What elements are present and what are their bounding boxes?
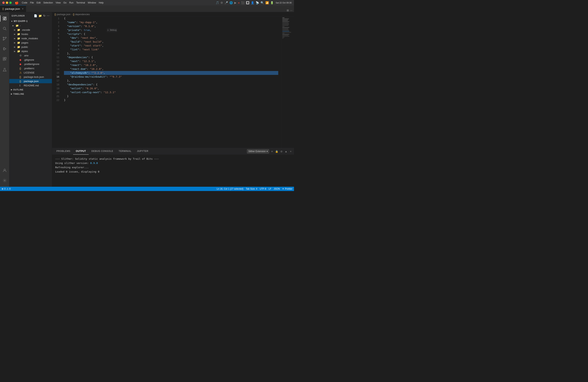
outline-section[interactable]: ▶ OUTLINE bbox=[9, 87, 52, 92]
sidebar-item-env[interactable]: ▶ ⚙ .env bbox=[9, 53, 52, 58]
code-token: : bbox=[81, 63, 84, 67]
tab-close-button[interactable]: × bbox=[22, 7, 23, 10]
status-tabsize[interactable]: Tab Size: 4 bbox=[246, 188, 257, 190]
more-actions-icon[interactable]: ··· bbox=[290, 9, 293, 12]
breadcrumb-sep: › bbox=[71, 13, 72, 16]
sidebar-item-prettierignore[interactable]: ▶ ◆ .prettierignore bbox=[9, 62, 52, 66]
menu-run[interactable]: Run bbox=[69, 1, 74, 4]
split-editor-icon[interactable]: ⊞ bbox=[287, 9, 289, 12]
tab-package-json[interactable]: {} package.json × bbox=[0, 5, 26, 12]
new-folder-icon[interactable]: 📁 bbox=[39, 14, 42, 17]
menu-selection[interactable]: Selection bbox=[43, 1, 53, 4]
panel-tab-debug-console[interactable]: DEBUG CONSOLE bbox=[89, 148, 116, 155]
code-editor[interactable]: 1 2 3 4 5 6 7 8 9 10 11 12 13 14 15 16 1 bbox=[52, 17, 294, 148]
panel-tab-problems[interactable]: PROBLEMS bbox=[54, 148, 73, 155]
sidebar-item-vscode[interactable]: ▶ 📁 .vscode bbox=[9, 28, 52, 32]
code-token bbox=[64, 63, 70, 67]
menu-window[interactable]: Window bbox=[88, 1, 96, 4]
activity-settings[interactable] bbox=[0, 176, 9, 185]
panel-maximize-button[interactable]: ▲ bbox=[284, 149, 288, 153]
sidebar-item-prettierrc[interactable]: ▶ {} .prettierrc bbox=[9, 66, 52, 70]
sidebar-item-dash[interactable]: ▶ 📁 - bbox=[9, 23, 52, 28]
apple-menu[interactable]: 🍎 bbox=[15, 1, 19, 5]
arrow-public: ▶ bbox=[14, 46, 17, 48]
sidebar-item-public[interactable]: ▶ 📁 public bbox=[9, 45, 52, 49]
panel-lock-button[interactable]: 🔒 bbox=[275, 149, 278, 153]
status-encoding[interactable]: UTF-8 bbox=[260, 188, 266, 190]
panel-output-dropdown[interactable]: Slither Extension ▾ bbox=[247, 149, 269, 153]
menu-go[interactable]: Go bbox=[63, 1, 66, 4]
status-errors[interactable]: ⊗ 0 ⚠ 0 bbox=[1, 188, 10, 190]
status-right: Ln 16, Col 1 (27 selected) Tab Size: 4 U… bbox=[217, 188, 293, 190]
svg-rect-3 bbox=[3, 19, 4, 20]
code-token bbox=[64, 36, 70, 40]
activity-run-debug[interactable] bbox=[0, 44, 9, 53]
maximize-button[interactable] bbox=[9, 1, 12, 4]
sidebar-item-gitignore[interactable]: ▶ ◆ .gitignore bbox=[9, 58, 52, 62]
code-token: { bbox=[84, 32, 85, 36]
panel-tab-terminal[interactable]: TERMINAL bbox=[116, 148, 134, 155]
menu-help[interactable]: Help bbox=[99, 1, 104, 4]
sidebar-item-pages[interactable]: ▶ 📁 pages bbox=[9, 41, 52, 45]
menu-edit[interactable]: Edit bbox=[37, 1, 41, 4]
minimap-line bbox=[282, 19, 288, 20]
code-token: "next dev" bbox=[81, 36, 96, 40]
titlebar-right: 🎵 ⚙ 🎤 🌐 ▶ ● ⬛ 🔳 👤 📡 🔍 📶 🔋 Sat 22 Oct 09:… bbox=[216, 1, 292, 4]
status-prettier[interactable]: ✦ Prettier bbox=[282, 188, 293, 190]
menu-view[interactable]: View bbox=[56, 1, 61, 4]
sidebar-item-readme[interactable]: ▶ ℹ README.md bbox=[9, 83, 52, 87]
code-line-20: "eslint-config-next": "12.3.1" bbox=[64, 90, 278, 94]
status-eol[interactable]: LF bbox=[269, 188, 271, 190]
sidebar-item-packagejson[interactable]: ▶ {} package.json bbox=[9, 79, 52, 83]
minimap-line bbox=[282, 36, 289, 37]
panel-clear-button[interactable]: ⊘ bbox=[280, 149, 283, 153]
ln-1: 1 bbox=[52, 17, 59, 21]
sidebar-item-packagelock[interactable]: ▶ {} package-lock.json bbox=[9, 75, 52, 79]
panel-close-button[interactable]: × bbox=[289, 149, 293, 153]
tree-root-mydapp[interactable]: ▼ MY-DAPP-1 bbox=[9, 19, 52, 23]
status-language[interactable]: JSON bbox=[273, 188, 280, 190]
panel-list-view-button[interactable]: ≡ bbox=[270, 149, 274, 153]
activity-search[interactable] bbox=[0, 24, 9, 33]
code-token: : bbox=[81, 28, 84, 32]
menu-code[interactable]: Code bbox=[22, 1, 27, 4]
activity-flask[interactable] bbox=[0, 65, 9, 74]
code-token bbox=[64, 32, 67, 36]
close-button[interactable] bbox=[2, 1, 5, 4]
activity-bar bbox=[0, 12, 9, 187]
sidebar-item-license[interactable]: ▶ ⚠ LICENSE bbox=[9, 70, 52, 75]
status-position[interactable]: Ln 16, Col 1 (27 selected) bbox=[217, 188, 243, 190]
app-container: {} package.json × ⊞ ··· bbox=[0, 5, 294, 191]
sidebar-item-styles[interactable]: ▶ 📁 styles bbox=[9, 49, 52, 53]
item-label-pages: pages bbox=[21, 41, 28, 44]
breadcrumb-file[interactable]: {} package.json bbox=[54, 13, 71, 16]
minimap bbox=[281, 17, 294, 148]
minimize-button[interactable] bbox=[6, 1, 8, 4]
activity-explorer[interactable] bbox=[0, 14, 9, 23]
code-token: "lint" bbox=[70, 48, 79, 52]
new-file-icon[interactable]: 📄 bbox=[34, 14, 37, 17]
output-line-1: ——— Slither: Solidity static analysis fr… bbox=[55, 157, 291, 161]
menu-terminal[interactable]: Terminal bbox=[76, 1, 85, 4]
editor-area: {} package.json › {} dependencies 1 2 3 … bbox=[52, 12, 294, 187]
activity-source-control[interactable] bbox=[0, 34, 9, 43]
code-content[interactable]: { "name": "my-dapp-1", "version": "0.1.0… bbox=[61, 17, 281, 148]
panel-tab-jupyter[interactable]: JUPYTER bbox=[134, 148, 151, 155]
titlebar-left: 🍎 Code File Edit Selection View Go Run T… bbox=[2, 1, 104, 5]
collapse-all-icon[interactable]: ··· bbox=[47, 14, 50, 17]
svg-point-17 bbox=[4, 169, 5, 170]
activity-extensions[interactable] bbox=[0, 54, 9, 64]
sidebar-item-hooks[interactable]: ▶ 📁 hooks bbox=[9, 32, 52, 36]
menu-file[interactable]: File bbox=[30, 1, 34, 4]
code-line-17: }, bbox=[64, 79, 278, 83]
code-token: : bbox=[101, 90, 104, 94]
breadcrumb-section[interactable]: {} dependencies bbox=[73, 13, 90, 16]
activity-bottom bbox=[0, 166, 9, 185]
sidebar-item-nodemodules[interactable]: ▶ 📁 node_modules bbox=[9, 36, 52, 41]
timeline-section[interactable]: ▶ TIMELINE bbox=[9, 92, 52, 96]
output-text: Slither: Solidity static analysis framew… bbox=[61, 157, 153, 160]
activity-account[interactable] bbox=[0, 166, 9, 175]
refresh-icon[interactable]: ↻ bbox=[43, 14, 46, 17]
item-label-prettierrc: .prettierrc bbox=[24, 67, 34, 70]
panel-tab-output[interactable]: OUTPUT bbox=[73, 148, 89, 155]
